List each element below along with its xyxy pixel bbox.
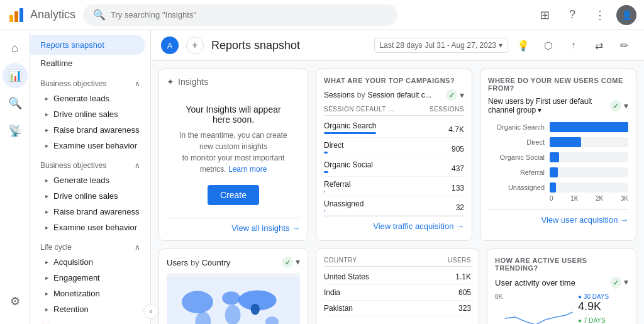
view-all-insights-link[interactable]: View all insights → — [167, 218, 300, 233]
sidebar-item-examine-behavior-2[interactable]: Examine user behavior — [30, 220, 150, 235]
insights-card: ✦ Insights Your Insights will appear her… — [158, 69, 308, 241]
bar-row-referral: Referral — [488, 167, 628, 177]
campaign-name-value-2: Organic Social — [324, 160, 373, 173]
sidebar-section-title-1: Business objectives — [40, 79, 106, 88]
active-dropdown-btn[interactable]: ▾ — [624, 277, 628, 288]
channel-label: Session default c... — [367, 91, 431, 99]
svg-point-6 — [222, 291, 240, 304]
collapse-icon-1[interactable]: ∧ — [135, 79, 140, 88]
collapse-icon-2[interactable]: ∧ — [135, 161, 140, 170]
sidebar-item-retention[interactable]: Retention — [30, 301, 150, 317]
add-report-btn[interactable]: + — [186, 36, 204, 54]
campaign-bar-2 — [324, 171, 328, 173]
sidebar-item-examine-behavior-1[interactable]: Examine user behavior — [30, 138, 150, 154]
nav-right: ⊞ ? ⋮ 👤 — [533, 4, 636, 26]
view-user-acquisition-link[interactable]: View user acquisition → — [488, 209, 628, 225]
insights-lightbulb-btn[interactable]: 💡 — [513, 35, 533, 55]
help-icon-btn[interactable]: ? — [561, 4, 584, 26]
campaign-value-4: 32 — [456, 203, 464, 212]
country-row-1: India 605 — [324, 285, 471, 301]
campaign-row-2: Organic Social 437 — [324, 157, 464, 177]
bar-label-1: Direct — [488, 138, 545, 146]
bar-axis: 0 1K 2K 3K — [550, 195, 628, 202]
more-vert-icon-btn[interactable]: ⋮ — [589, 4, 611, 26]
sidebar-item-raise-brand-1[interactable]: Raise brand awareness — [30, 122, 150, 138]
search-input[interactable] — [111, 10, 387, 20]
insights-body: Your Insights will appear here soon. In … — [167, 92, 300, 218]
account-avatar-btn[interactable]: 👤 — [616, 5, 636, 25]
check-icon: ✓ — [610, 100, 621, 111]
bar-label-0: Organic Search — [488, 123, 545, 131]
campaigns-subtitle: Sessions by Session default c... ✓ ▾ — [324, 89, 464, 101]
sidebar-item-generate-leads-2[interactable]: Generate leads — [30, 172, 150, 188]
reports-nav-btn[interactable]: 📊 — [3, 63, 28, 88]
bar-fill-4 — [550, 182, 556, 193]
create-insight-btn[interactable]: Create — [208, 185, 259, 205]
bar-label-2: Organic Social — [488, 154, 545, 161]
sidebar-item-library[interactable]: 📁 Library — [30, 317, 150, 324]
bar-label-3: Referral — [488, 169, 545, 176]
sidebar-item-engagement[interactable]: Engagement — [30, 270, 150, 286]
sidebar-item-acquisition[interactable]: Acquisition — [30, 254, 150, 270]
active-users-card: HOW ARE ACTIVE USERS TRENDING? User acti… — [487, 249, 636, 324]
campaign-name-value-0: Organic Search — [324, 121, 376, 134]
sidebar-item-drive-online-sales-2[interactable]: Drive online sales — [30, 188, 150, 204]
main-content: A + Reports snapshot Last 28 days Jul 31… — [151, 30, 644, 324]
y-axis-labels: 8K 6K — [495, 293, 502, 324]
sidebar-item-realtime[interactable]: Realtime — [30, 55, 150, 72]
sidebar-section-business-obj-1: Business objectives ∧ — [30, 72, 150, 91]
campaign-name-value-1: Direct — [324, 141, 343, 154]
share-btn[interactable]: ↑ — [564, 35, 584, 55]
axis-0: 0 — [550, 195, 553, 202]
sidebar-item-reports-snapshot[interactable]: Reports snapshot — [30, 35, 145, 55]
campaigns-dropdown-btn[interactable]: ▾ — [460, 90, 464, 100]
chart-dropdown-btn[interactable]: ▾ — [624, 101, 628, 111]
edit-btn[interactable]: ✏ — [614, 35, 634, 55]
apps-icon-btn[interactable]: ⊞ — [533, 4, 556, 26]
insights-sparkle-icon: ✦ — [167, 77, 174, 87]
collapse-icon-lifecycle[interactable]: ∧ — [135, 243, 140, 252]
home-nav-btn[interactable]: ⌂ — [3, 35, 28, 60]
header-avatar: A — [161, 36, 179, 54]
country-name-2: Pakistan — [324, 304, 353, 313]
sidebar-item-drive-online-sales-1[interactable]: Drive online sales — [30, 106, 150, 122]
new-users-card-header: WHERE DO YOUR NEW USERS COME FROM? — [488, 77, 628, 92]
campaign-bar-4 — [324, 210, 325, 212]
export-btn[interactable]: ⬡ — [538, 35, 558, 55]
sidebar-item-monetization[interactable]: Monetization — [30, 286, 150, 301]
date-range-picker[interactable]: Last 28 days Jul 31 - Aug 27, 2023 ▾ — [374, 38, 508, 53]
advertising-nav-btn[interactable]: 📡 — [3, 118, 28, 143]
active-users-subtitle-row: User activity over time ✓ ▾ — [495, 277, 628, 288]
header-right-actions: Last 28 days Jul 31 - Aug 27, 2023 ▾ 💡 ⬡… — [374, 35, 634, 55]
bar-track-1 — [550, 137, 628, 147]
view-traffic-acquisition-link[interactable]: View traffic acquisition → — [324, 216, 464, 231]
value-30-days: 4.9K — [578, 300, 628, 313]
axis-2k: 2K — [596, 195, 603, 202]
app-name: Analytics — [30, 8, 75, 21]
svg-rect-2 — [19, 8, 23, 22]
compare-btn[interactable]: ⇄ — [589, 35, 609, 55]
learn-more-link[interactable]: Learn more — [228, 165, 267, 174]
explore-nav-btn[interactable]: 🔍 — [3, 91, 28, 116]
search-bar[interactable]: 🔍 — [83, 4, 397, 26]
chart-controls: ✓ ▾ — [610, 100, 628, 111]
insights-card-header: ✦ Insights — [167, 77, 300, 87]
map-dropdown-btn[interactable]: ▾ — [296, 257, 300, 268]
campaign-rows: Organic Search 4.7K Direct 905 — [324, 118, 464, 216]
avatar-icon: 👤 — [621, 10, 632, 20]
active-users-trend-chart — [505, 293, 573, 324]
map-card: Users by Country ✓ ▾ — [158, 249, 308, 324]
col-users: USERS — [448, 257, 471, 264]
bar-row-organic-search: Organic Search — [488, 122, 628, 132]
active-users-chart-area: 8K 6K ● 30 DAYS — [495, 293, 628, 324]
sidebar-item-raise-brand-2[interactable]: Raise brand awareness — [30, 204, 150, 220]
world-map-svg — [167, 273, 300, 324]
content-grid: ✦ Insights Your Insights will appear her… — [151, 61, 644, 324]
settings-nav-btn[interactable]: ⚙ — [3, 289, 28, 314]
sidebar-collapse-btn[interactable]: ‹ — [143, 304, 158, 319]
svg-point-9 — [251, 304, 260, 315]
by-label: by — [357, 91, 365, 99]
col-session-default: SESSION DEFAULT ... — [324, 106, 394, 113]
sidebar-item-generate-leads-1[interactable]: Generate leads — [30, 91, 150, 106]
bar-track-0 — [550, 122, 628, 132]
